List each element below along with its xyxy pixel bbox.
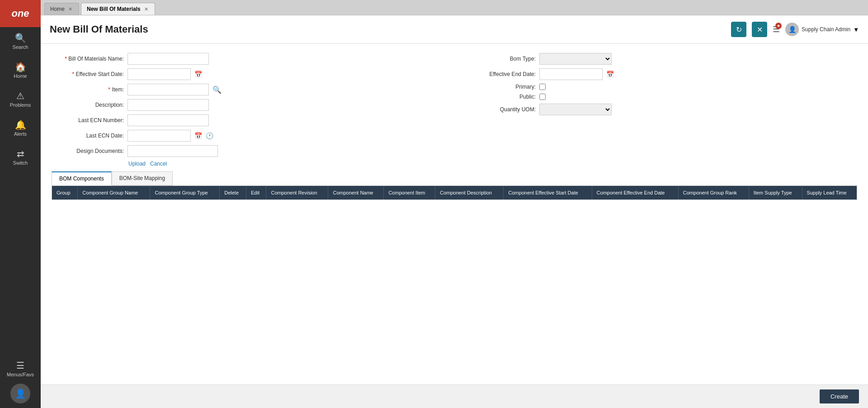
close-page-button[interactable]: ✕: [752, 22, 767, 37]
sidebar: one 🔍 Search 🏠 Home ⚠ Problems 🔔 Alerts …: [0, 0, 41, 408]
tab-bom-site-mapping[interactable]: BOM-Site Mapping: [112, 171, 173, 185]
design-documents-input[interactable]: [127, 145, 218, 157]
last-ecn-number-input[interactable]: [127, 114, 209, 126]
quantity-uom-label: Quantity UOM:: [463, 106, 536, 113]
user-avatar[interactable]: 👤: [10, 384, 30, 403]
col-delete: Delete: [220, 186, 246, 199]
alerts-icon: 🔔: [15, 120, 26, 129]
bom-name-input[interactable]: [127, 53, 209, 65]
col-edit: Edit: [246, 186, 266, 199]
main-area: Home ✕ New Bill Of Materials ✕ New Bill …: [41, 0, 868, 408]
last-ecn-number-row: Last ECN Number:: [52, 114, 445, 126]
user-name: Supply Chain Admin: [802, 26, 850, 33]
col-group: Group: [52, 186, 78, 199]
col-component-name: Component Name: [328, 186, 384, 199]
last-ecn-date-calendar-icon[interactable]: 📅: [194, 132, 202, 139]
page-header: New Bill Of Materials ↻ ✕ ☰ 👤 Supply Cha…: [41, 15, 868, 44]
tab-home[interactable]: Home ✕: [44, 3, 79, 15]
col-component-revision: Component Revision: [266, 186, 328, 199]
effective-end-input[interactable]: [539, 68, 603, 80]
effective-end-calendar-icon[interactable]: 📅: [606, 71, 614, 78]
sidebar-item-problems[interactable]: ⚠ Problems: [0, 85, 41, 114]
bom-type-label: Bom Type:: [463, 56, 536, 62]
effective-start-input[interactable]: [127, 68, 191, 80]
switch-icon: ⇄: [17, 149, 24, 158]
sidebar-item-switch[interactable]: ⇄ Switch: [0, 143, 41, 172]
form-scroll: Bill Of Materials Name: Effective Start …: [41, 44, 868, 384]
bom-name-label: Bill Of Materials Name:: [52, 56, 124, 62]
bom-table-wrapper: Group Component Group Name Component Gro…: [52, 185, 857, 200]
last-ecn-date-input[interactable]: [127, 130, 191, 142]
quantity-uom-select[interactable]: [539, 104, 612, 115]
upload-button[interactable]: Upload: [128, 161, 146, 167]
cancel-button[interactable]: Cancel: [150, 161, 167, 167]
quantity-uom-row: Quantity UOM:: [463, 104, 857, 115]
sidebar-label-home: Home: [14, 73, 27, 79]
sidebar-item-alerts[interactable]: 🔔 Alerts: [0, 114, 41, 143]
col-item-supply-type: Item Supply Type: [749, 186, 802, 199]
sidebar-label-search: Search: [13, 44, 28, 50]
tab-new-bom[interactable]: New Bill Of Materials ✕: [81, 3, 155, 15]
effective-start-row: Effective Start Date: 📅: [52, 68, 445, 80]
form-tabs: BOM Components BOM-Site Mapping: [52, 171, 857, 185]
col-component-effective-end-date: Component Effective End Date: [592, 186, 678, 199]
sidebar-label-problems: Problems: [10, 102, 31, 108]
content-area: New Bill Of Materials ↻ ✕ ☰ 👤 Supply Cha…: [41, 15, 868, 408]
primary-label: Primary:: [463, 84, 536, 90]
page-footer: Create: [41, 384, 868, 408]
tab-new-bom-label: New Bill Of Materials: [87, 6, 141, 12]
upload-cancel-row: Upload Cancel: [128, 161, 857, 167]
tab-bar: Home ✕ New Bill Of Materials ✕: [41, 0, 868, 15]
user-avatar-small: 👤: [785, 23, 799, 36]
item-row: Item: 🔍: [52, 84, 445, 95]
user-dropdown[interactable]: 👤 Supply Chain Admin ▼: [785, 23, 859, 36]
public-checkbox[interactable]: [539, 94, 546, 100]
public-label: Public:: [463, 94, 536, 100]
bom-type-select[interactable]: [539, 53, 612, 65]
app-logo[interactable]: one: [0, 0, 41, 27]
create-button[interactable]: Create: [820, 389, 859, 403]
last-ecn-date-label: Last ECN Date:: [52, 133, 124, 139]
menu-icon: ☰: [16, 361, 24, 370]
description-label: Description:: [52, 102, 124, 108]
notification-button[interactable]: ☰: [773, 24, 780, 34]
notification-badge: [775, 23, 782, 29]
last-ecn-number-label: Last ECN Number:: [52, 117, 124, 123]
tab-home-label: Home: [50, 6, 65, 12]
description-input[interactable]: [127, 99, 209, 111]
last-ecn-date-clock-icon[interactable]: 🕐: [206, 132, 213, 139]
home-icon: 🏠: [15, 62, 26, 71]
problems-icon: ⚠: [16, 91, 24, 100]
sidebar-item-search[interactable]: 🔍 Search: [0, 27, 41, 56]
effective-end-label: Effective End Date:: [463, 71, 536, 77]
last-ecn-date-row: Last ECN Date: 📅 🕐: [52, 130, 445, 142]
design-documents-label: Design Documents:: [52, 148, 124, 154]
col-component-item: Component Item: [384, 186, 435, 199]
tab-bom-components[interactable]: BOM Components: [52, 171, 112, 185]
header-right: ↻ ✕ ☰ 👤 Supply Chain Admin ▼: [731, 22, 859, 37]
sidebar-label-menus: Menus/Favs: [7, 372, 34, 377]
sidebar-bottom: ☰ Menus/Favs 👤: [0, 355, 41, 408]
item-search-icon[interactable]: 🔍: [212, 85, 222, 94]
primary-checkbox[interactable]: [539, 84, 546, 90]
tab-home-close[interactable]: ✕: [67, 6, 73, 12]
col-component-group-rank: Component Group Rank: [678, 186, 749, 199]
sidebar-item-menus[interactable]: ☰ Menus/Favs: [0, 355, 41, 384]
item-label: Item:: [52, 86, 124, 93]
primary-row: Primary:: [463, 84, 857, 90]
design-documents-row: Design Documents:: [52, 145, 445, 157]
sidebar-item-home[interactable]: 🏠 Home: [0, 56, 41, 85]
tab-new-bom-close[interactable]: ✕: [143, 6, 149, 12]
form-grid: Bill Of Materials Name: Effective Start …: [52, 53, 857, 161]
effective-end-row: Effective End Date: 📅: [463, 68, 857, 80]
effective-start-calendar-icon[interactable]: 📅: [194, 71, 202, 78]
effective-start-label: Effective Start Date:: [52, 71, 124, 77]
form-right-col: Bom Type: Effective End Date: 📅 Primary:: [463, 53, 857, 161]
col-supply-lead-time: Supply Lead Time: [802, 186, 857, 199]
item-input[interactable]: [127, 84, 209, 95]
refresh-button[interactable]: ↻: [731, 22, 746, 37]
col-component-description: Component Description: [435, 186, 504, 199]
search-icon: 🔍: [15, 33, 26, 43]
sidebar-label-switch: Switch: [13, 160, 28, 166]
public-row: Public:: [463, 94, 857, 100]
